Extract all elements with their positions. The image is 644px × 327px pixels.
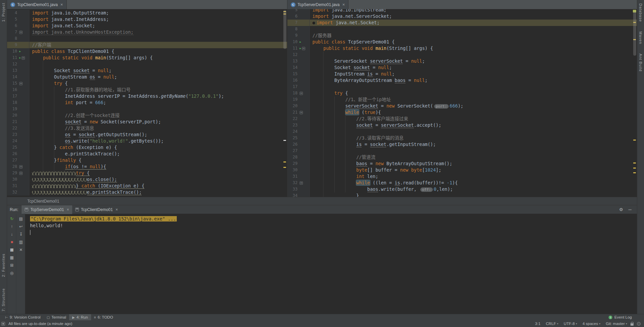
- code-text[interactable]: [29, 61, 287, 67]
- code-text[interactable]: }finally {: [29, 157, 287, 164]
- code-line[interactable]: 16 ByteArrayOutputStream baos = null;: [287, 77, 637, 84]
- code-text[interactable]: ●import java.net.Socket;: [310, 20, 637, 26]
- code-line[interactable]: 22 //2.等待客户端连接过来: [287, 116, 637, 122]
- code-text[interactable]: os.close();: [29, 176, 287, 183]
- code-text[interactable]: //服务器: [310, 32, 637, 39]
- pin-icon[interactable]: ◎: [8, 270, 15, 276]
- code-text[interactable]: int port = 666;: [29, 99, 287, 106]
- warning-tick[interactable]: [633, 140, 636, 141]
- warning-tick[interactable]: [283, 167, 286, 168]
- toolwindow-button-terminal[interactable]: ▢Terminal: [44, 314, 69, 320]
- code-line[interactable]: 22 //3.发送消息: [7, 125, 287, 131]
- fold-icon[interactable]: −: [19, 165, 23, 169]
- code-line[interactable]: 31 int len;: [287, 173, 637, 180]
- code-text[interactable]: [310, 128, 637, 135]
- code-line[interactable]: 25 } catch (Exception e) {: [7, 144, 287, 151]
- code-line[interactable]: 13 Socket socket = null;: [7, 67, 287, 74]
- code-text[interactable]: os.write("hello,world!".getBytes());: [29, 138, 287, 144]
- code-text[interactable]: //客户端: [29, 42, 287, 48]
- code-text[interactable]: [310, 148, 637, 154]
- code-text[interactable]: //2.创建一个socket连接: [29, 112, 287, 119]
- run-gutter-icon[interactable]: ▶: [300, 41, 301, 43]
- code-line[interactable]: 14 Socket socket = null;: [287, 64, 637, 71]
- code-line[interactable]: 5import java.net.InetAddress;: [7, 16, 287, 23]
- code-line[interactable]: 32− while ((len = is.read(buffer))!= -1)…: [287, 180, 637, 186]
- code-line[interactable]: 21− while (true){: [287, 109, 637, 116]
- code-text[interactable]: [29, 106, 287, 112]
- code-text[interactable]: //管道流: [310, 154, 637, 160]
- lock-icon[interactable]: [631, 323, 634, 326]
- code-line[interactable]: 30os.close();: [7, 176, 287, 183]
- fold-icon[interactable]: −: [300, 181, 303, 185]
- code-text[interactable]: public static void main(String[] args) {: [29, 55, 287, 61]
- code-text[interactable]: [310, 26, 637, 32]
- code-text[interactable]: import java.net.ServerSocket;: [310, 13, 637, 20]
- toolwindow-button-run[interactable]: ▶4: Run: [69, 314, 91, 320]
- code-text[interactable]: } catch (IOException e) {: [29, 183, 287, 189]
- code-line[interactable]: 31} catch (IOException e) {: [7, 183, 287, 189]
- code-line[interactable]: 19 //1、新建一个ip地址: [287, 96, 637, 103]
- code-text[interactable]: [29, 35, 287, 42]
- fold-icon[interactable]: −: [19, 82, 23, 85]
- code-text[interactable]: os = socket.getOutputStream();: [29, 131, 287, 138]
- code-text[interactable]: serverSocket = new ServerSocket(port:666…: [310, 103, 637, 109]
- editor-client[interactable]: 4import java.io.OutputStream;5import jav…: [7, 9, 287, 197]
- code-text[interactable]: ByteArrayOutputStream baos = null;: [310, 77, 637, 84]
- code-line[interactable]: 24 os.write("hello,world!".getBytes());: [7, 138, 287, 144]
- event-log-button[interactable]: 1 Event Log: [609, 315, 642, 319]
- stop-icon[interactable]: ■: [8, 239, 15, 245]
- run-gutter-icon[interactable]: ▶: [19, 57, 21, 59]
- close-icon[interactable]: ×: [342, 2, 345, 7]
- toolwindow-switcher-icon[interactable]: [1, 322, 5, 326]
- code-text[interactable]: socket = serverSocket.accept();: [310, 122, 637, 128]
- code-line[interactable]: 26 is = socket.getInputStream();: [287, 141, 637, 148]
- code-line[interactable]: 5import java.io.InputStream;: [287, 9, 637, 13]
- toolwindow-button-todo[interactable]: ≡6: TODO: [91, 314, 116, 320]
- code-line[interactable]: 19: [7, 106, 287, 112]
- code-line[interactable]: 7−import java.net.UnknownHostException;: [7, 29, 287, 35]
- code-text[interactable]: public static void main(String[] args) {: [310, 45, 637, 52]
- fold-icon[interactable]: −: [19, 31, 23, 34]
- code-text[interactable]: try {: [29, 80, 287, 87]
- restore-layout-icon[interactable]: ⊞: [8, 263, 15, 268]
- scroll-to-end-icon[interactable]: ↧: [17, 232, 24, 237]
- tool-button-ant-build[interactable]: Ant Build: [639, 54, 643, 71]
- code-line[interactable]: 12: [7, 61, 287, 67]
- code-text[interactable]: OutputStream os = null;: [29, 74, 287, 80]
- toolwindow-button-version-control[interactable]: ⊢9: Version Control: [2, 314, 44, 320]
- code-text[interactable]: e.printStackTrace();: [29, 151, 287, 157]
- code-text[interactable]: Socket socket = null;: [29, 67, 287, 74]
- show-console-icon[interactable]: ▤: [17, 216, 24, 221]
- code-line[interactable]: 8: [7, 35, 287, 42]
- code-line[interactable]: 16 //1.获取服务器的地址，端口号: [7, 87, 287, 93]
- code-text[interactable]: is = socket.getInputStream();: [310, 141, 637, 148]
- code-text[interactable]: baos = new ByteArrayOutputStream();: [310, 160, 637, 167]
- editor-tab-client[interactable]: C TcpClientDemo01.java ×: [7, 0, 67, 9]
- indent[interactable]: 4 spaces▾: [583, 322, 600, 326]
- code-line[interactable]: 29−try {: [7, 170, 287, 176]
- code-text[interactable]: e.printStackTrace();: [29, 189, 287, 196]
- code-text[interactable]: public class TcpClientDemo01 {: [29, 48, 287, 55]
- close-icon[interactable]: ×: [60, 2, 63, 7]
- fold-icon[interactable]: −: [302, 47, 305, 50]
- code-line[interactable]: 14 OutputStream os = null;: [7, 74, 287, 80]
- code-text[interactable]: try {: [310, 90, 637, 96]
- scrollbar-thumb[interactable]: [633, 10, 636, 56]
- code-line[interactable]: 10▶public class TcpServerDemo01 {: [287, 39, 637, 45]
- code-text[interactable]: socket = new Socket(serverIP,port);: [29, 119, 287, 125]
- code-text[interactable]: baos.write(buffer, off:0,len);: [310, 186, 637, 192]
- tool-button-2-favorites[interactable]: 2: Favorites: [1, 254, 5, 277]
- clear-console-icon[interactable]: ✕: [17, 247, 24, 252]
- settings-gear-icon[interactable]: ⚙: [619, 207, 623, 212]
- run-tab-tcpserverdemo01[interactable]: TcpServerDemo01×: [22, 205, 72, 214]
- code-line[interactable]: 4import java.io.OutputStream;: [7, 10, 287, 16]
- code-text[interactable]: int len;: [310, 173, 637, 180]
- code-line[interactable]: 30 byte[] buffer = new byte[1024];: [287, 167, 637, 173]
- code-line[interactable]: 7●import java.net.Socket;: [287, 20, 637, 26]
- code-line[interactable]: 12: [287, 52, 637, 58]
- code-text[interactable]: //1、新建一个ip地址: [310, 96, 637, 103]
- line-separator[interactable]: CRLF▾: [546, 322, 558, 326]
- code-text[interactable]: }: [310, 192, 637, 197]
- code-text[interactable]: import java.net.Socket;: [29, 23, 287, 29]
- code-text[interactable]: //1.获取服务器的地址，端口号: [29, 87, 287, 93]
